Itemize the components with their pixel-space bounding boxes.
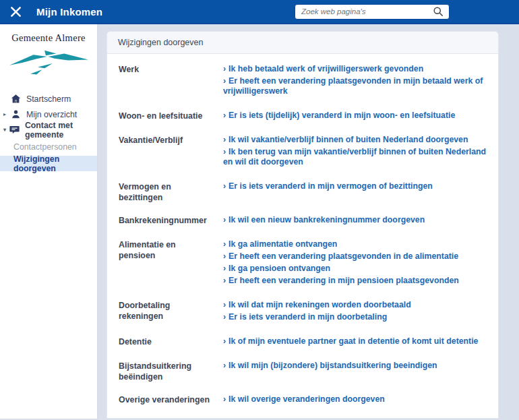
chevron-right-icon — [223, 147, 226, 156]
chevron-right-icon — [223, 111, 226, 120]
almere-swoosh-icon — [5, 49, 92, 78]
category-links: Ik wil overige veranderingen doorgeven — [223, 394, 487, 407]
chevron-right-icon — [223, 251, 226, 261]
change-category-row-alimentatie-en-pensioen: Alimentatie en pensioen Ik ga alimentati… — [119, 239, 487, 288]
change-link[interactable]: Ik wil vakantie/verblijf binnen of buite… — [223, 135, 487, 145]
change-category-row-overige-veranderingen: Overige veranderingen Ik wil overige ver… — [119, 394, 487, 407]
chevron-right-icon — [223, 336, 226, 346]
category-links: Ik wil vakantie/verblijf binnen of buite… — [223, 135, 487, 169]
sidebar-item-startscherm[interactable]: Startscherm — [0, 91, 97, 107]
category-label: Bijstandsuitkering beëindigen — [119, 361, 223, 382]
sidebar-item-label: Contactpersonen — [13, 142, 77, 152]
chevron-right-icon — [223, 215, 226, 224]
close-icon — [10, 6, 22, 18]
logo-text: Gemeente Almere — [5, 32, 92, 44]
category-links: Er is iets veranderd in mijn vermogen of… — [223, 181, 487, 203]
sidebar-item-label: Contact met gemeente — [25, 121, 97, 140]
caret-right-icon — [3, 111, 11, 117]
change-category-row-bankrekeningnummer: Bankrekeningnummer Ik wil een nieuw bank… — [119, 215, 487, 227]
change-category-row-werk: Werk Ik heb betaald werk of vrijwilliger… — [119, 64, 487, 98]
change-link[interactable]: Er heeft een verandering in mijn pensioe… — [223, 276, 487, 286]
category-links: Ik of mijn eventuele partner gaat in det… — [223, 336, 487, 349]
category-links: Ik wil dat mijn rekeningen worden doorbe… — [223, 300, 487, 324]
change-category-row-woon-en-leefsituatie: Woon- en leefsituatie Er is iets (tijdel… — [119, 111, 487, 123]
sidebar: Gemeente Almere Startscherm Mijn overzic… — [0, 24, 98, 419]
sidebar-item-label: Mijn overzicht — [26, 110, 77, 119]
search-icon — [433, 6, 444, 17]
gemeente-almere-logo: Gemeente Almere — [0, 32, 97, 82]
chevron-right-icon — [223, 239, 226, 249]
category-label: Vermogen en bezittingen — [119, 181, 223, 203]
changes-list: Werk Ik heb betaald werk of vrijwilliger… — [107, 54, 498, 420]
change-link[interactable]: Er is iets veranderd in mijn vermogen of… — [223, 181, 487, 191]
category-label: Detentie — [119, 336, 223, 349]
chevron-right-icon — [223, 135, 226, 144]
chevron-right-icon — [223, 394, 226, 404]
change-link[interactable]: Ik heb betaald werk of vrijwilligerswerk… — [223, 64, 487, 74]
category-label: Woon- en leefsituatie — [119, 111, 223, 123]
caret-down-icon — [3, 127, 9, 133]
search-input[interactable] — [301, 7, 431, 16]
chevron-right-icon — [223, 181, 226, 191]
sidebar-item-contact-met-gemeente[interactable]: Contact met gemeente — [0, 122, 97, 138]
sidebar-item-wijzigingen-doorgeven[interactable]: Wijzigingen doorgeven — [0, 156, 97, 171]
change-link[interactable]: Er heeft een verandering plaatsgevonden … — [223, 251, 487, 262]
change-link[interactable]: Ik ga pensioen ontvangen — [223, 264, 487, 274]
main-area: Wijzigingen doorgeven Werk Ik heb betaal… — [98, 24, 519, 419]
close-button[interactable] — [7, 3, 24, 20]
category-label: Bankrekeningnummer — [119, 215, 223, 227]
chevron-right-icon — [223, 276, 226, 285]
change-link[interactable]: Ik wil overige veranderingen doorgeven — [223, 394, 487, 404]
change-link[interactable]: Ik ga alimentatie ontvangen — [223, 239, 487, 249]
chevron-right-icon — [223, 312, 226, 322]
sidebar-item-label: Startscherm — [26, 94, 71, 104]
search-button[interactable] — [431, 5, 445, 18]
category-links: Ik wil een nieuw bankrekeningnummer door… — [223, 215, 487, 227]
category-label: Doorbetaling rekeningen — [119, 300, 223, 324]
chevron-right-icon — [223, 264, 226, 273]
category-links: Er is iets (tijdelijk) veranderd in mijn… — [223, 111, 487, 123]
category-label: Alimentatie en pensioen — [119, 239, 223, 288]
change-link[interactable]: Er is iets (tijdelijk) veranderd in mijn… — [223, 111, 487, 121]
change-link[interactable]: Ik of mijn eventuele partner gaat in det… — [223, 336, 487, 347]
category-label: Overige veranderingen — [119, 394, 223, 407]
change-category-row-vakantie-verblijf: Vakantie/Verblijf Ik wil vakantie/verbli… — [119, 135, 487, 169]
category-links: Ik ga alimentatie ontvangen Er heeft een… — [223, 239, 487, 288]
change-category-row-vermogen-en-bezittingen: Vermogen en bezittingen Er is iets veran… — [119, 181, 487, 203]
category-label: Werk — [119, 64, 223, 98]
change-link[interactable]: Ik wil een nieuw bankrekeningnummer door… — [223, 215, 487, 225]
change-link[interactable]: Ik ben terug van mijn vakantie/verblijf … — [223, 147, 487, 167]
change-link[interactable]: Er is iets veranderd in mijn doorbetalin… — [223, 312, 487, 322]
chat-icon — [9, 125, 20, 135]
sidebar-nav: Startscherm Mijn overzicht Contact met g… — [0, 91, 97, 171]
content-card: Wijzigingen doorgeven Werk Ik heb betaal… — [106, 31, 499, 419]
top-bar: Mijn Inkomen — [0, 0, 519, 24]
change-link[interactable]: Ik wil dat mijn rekeningen worden doorbe… — [223, 300, 487, 310]
search-box — [295, 4, 450, 20]
category-links: Ik wil mijn (bijzondere) bijstandsuitker… — [223, 361, 487, 382]
category-links: Ik heb betaald werk of vrijwilligerswerk… — [223, 64, 487, 98]
home-icon — [11, 94, 21, 104]
page-title: Wijzigingen doorgeven — [107, 32, 498, 54]
chevron-right-icon — [223, 361, 226, 370]
sidebar-item-label: Wijzigingen doorgeven — [13, 154, 97, 173]
chevron-right-icon — [223, 64, 226, 73]
change-category-row-detentie: Detentie Ik of mijn eventuele partner ga… — [119, 336, 487, 349]
change-category-row-doorbetaling-rekeningen: Doorbetaling rekeningen Ik wil dat mijn … — [119, 300, 487, 324]
change-category-row-bijstandsuitkering-be-indigen: Bijstandsuitkering beëindigen Ik wil mij… — [119, 361, 487, 382]
app-title: Mijn Inkomen — [36, 6, 102, 18]
chevron-right-icon — [223, 76, 226, 86]
change-link[interactable]: Ik wil mijn (bijzondere) bijstandsuitker… — [223, 361, 487, 371]
sidebar-item-contactpersonen[interactable]: Contactpersonen — [0, 139, 97, 154]
person-icon — [11, 109, 21, 119]
change-link[interactable]: Er heeft een verandering plaatsgevonden … — [223, 76, 487, 96]
category-label: Vakantie/Verblijf — [119, 135, 223, 169]
chevron-right-icon — [223, 300, 226, 309]
